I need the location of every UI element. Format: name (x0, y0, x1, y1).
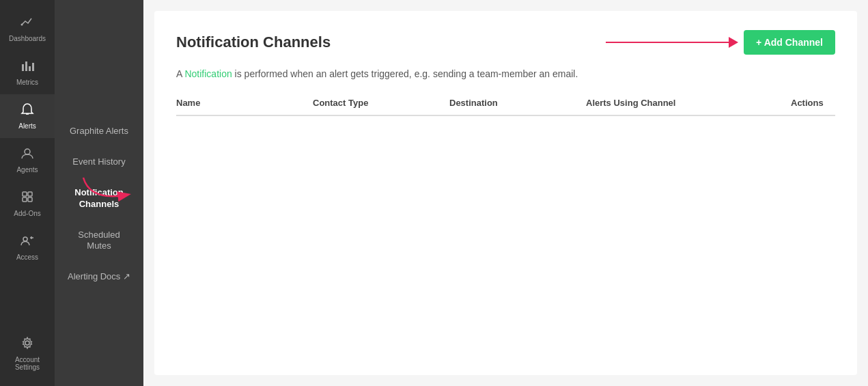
sidebar-item-dashboards[interactable]: Dashboards (0, 7, 55, 51)
svg-point-0 (21, 24, 23, 26)
sidebar-item-access[interactable]: Access (0, 225, 55, 269)
sidebar-item-label: Dashboards (9, 35, 46, 42)
arrow-head (729, 37, 738, 48)
submenu: Graphite Alerts Event History Notificati… (55, 0, 143, 386)
metrics-icon (20, 59, 34, 76)
description-suffix: is performed when an alert gets triggere… (232, 68, 578, 79)
notification-link[interactable]: Notification (184, 68, 232, 79)
svg-rect-3 (29, 66, 31, 71)
col-name: Name (176, 98, 313, 108)
add-channel-button[interactable]: + Add Channel (744, 30, 835, 55)
svg-point-14 (25, 341, 29, 345)
left-panel: Graphite Alerts Event History Notificati… (55, 0, 143, 386)
svg-rect-8 (28, 192, 32, 196)
arrow-line (606, 42, 729, 44)
svg-rect-9 (23, 197, 27, 202)
sidebar-item-alerts[interactable]: Alerts (0, 94, 55, 138)
sidebar-item-agents[interactable]: Agents (0, 138, 55, 182)
page-description: A Notification is performed when an aler… (176, 67, 835, 81)
col-actions: Actions (791, 98, 835, 108)
sidebar-item-account-settings[interactable]: Account Settings (0, 328, 55, 379)
header-right: + Add Channel (606, 30, 835, 55)
content-area: Notification Channels + Add Channel A No… (154, 11, 857, 375)
sidebar-item-metrics[interactable]: Metrics (0, 51, 55, 94)
sidebar-item-label: Alerts (18, 122, 36, 130)
sidebar-item-addons[interactable]: Add-Ons (0, 182, 55, 225)
agents-icon (20, 146, 34, 163)
sidebar-item-label: Access (16, 253, 38, 261)
sidebar-item-label: Metrics (16, 79, 38, 86)
submenu-item-graphite-alerts[interactable]: Graphite Alerts (55, 116, 143, 147)
main-content: Notification Channels + Add Channel A No… (143, 0, 868, 386)
table-header: Name Contact Type Destination Alerts Usi… (176, 98, 835, 116)
submenu-item-notification-channels[interactable]: Notification Channels (55, 178, 143, 220)
submenu-item-event-history[interactable]: Event History (55, 147, 143, 178)
svg-rect-7 (23, 192, 27, 196)
sidebar-item-label: Agents (16, 166, 38, 174)
submenu-item-scheduled-mutes[interactable]: Scheduled Mutes (55, 220, 143, 262)
description-prefix: A (176, 68, 184, 79)
sidebar-item-label: Account Settings (5, 356, 49, 371)
page-title: Notification Channels (176, 33, 331, 51)
sidebar-item-label: Add-Ons (14, 210, 40, 217)
svg-rect-1 (22, 64, 24, 71)
svg-rect-4 (32, 63, 34, 71)
addons-icon (20, 190, 34, 207)
col-destination: Destination (449, 98, 586, 108)
submenu-item-alerting-docs[interactable]: Alerting Docs ↗ (55, 262, 143, 292)
access-icon (20, 234, 34, 251)
settings-icon (20, 336, 34, 353)
alerts-icon (20, 102, 34, 120)
svg-point-11 (23, 237, 27, 241)
table-body (176, 122, 835, 327)
col-alerts-using: Alerts Using Channel (586, 98, 791, 108)
svg-rect-10 (28, 197, 32, 202)
dashboards-icon (20, 15, 34, 32)
svg-point-6 (25, 149, 30, 154)
sidebar: Dashboards Metrics Alerts (0, 0, 55, 386)
arrow-annotation (606, 37, 738, 48)
col-contact-type: Contact Type (313, 98, 449, 108)
page-header: Notification Channels + Add Channel (176, 30, 835, 55)
svg-rect-2 (25, 61, 27, 71)
